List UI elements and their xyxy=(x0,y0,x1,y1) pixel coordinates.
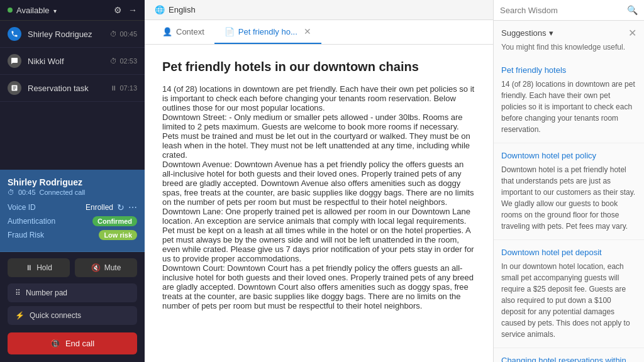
call-timer-shirley: ⏱ 00:45 xyxy=(110,30,137,38)
language-selector[interactable]: 🌐 English xyxy=(155,5,196,14)
fraud-row: Fraud Risk Low risk xyxy=(8,230,137,240)
end-call-button[interactable]: 📵 End call xyxy=(8,332,137,354)
globe-icon: 🌐 xyxy=(155,5,165,14)
search-bar: 🔍 xyxy=(494,0,644,21)
auth-label: Authentication xyxy=(8,217,55,226)
sidebar-header: Available xyxy=(0,0,145,21)
call-item-reservation[interactable]: Reservation task ⏸ 07:13 xyxy=(0,75,145,102)
end-call-section: 📵 End call xyxy=(0,325,145,362)
chevron-down-icon xyxy=(53,6,57,15)
wisdom-panel: 🔍 Suggestions ▾ ✕ You might find this kn… xyxy=(493,0,644,362)
mute-icon: 🔇 xyxy=(91,263,101,272)
suggestion-card-0[interactable]: Pet friendly hotels 14 (of 28) locations… xyxy=(494,58,644,143)
suggestion-title-1: Downtown hotel pet policy xyxy=(501,151,636,160)
caller-name-nikki: Nikki Wolf xyxy=(28,57,110,66)
tab-close-button[interactable]: ✕ xyxy=(304,26,311,36)
language-label: English xyxy=(169,5,196,14)
phone-icon xyxy=(8,27,21,41)
call-timer-nikki: ⏱ 02:53 xyxy=(110,57,137,65)
task-name-reservation: Reservation task xyxy=(28,84,110,93)
article-para-0: 14 (of 28) locations in downtown are pet… xyxy=(162,84,475,112)
status-indicator xyxy=(8,8,13,13)
suggestion-title-3: Changing hotel reservations within 14 da… xyxy=(501,356,636,362)
voice-id-label: Voice ID xyxy=(8,203,36,212)
suggestion-title-0: Pet friendly hotels xyxy=(501,65,636,75)
main-top-bar: 🌐 English xyxy=(145,0,493,20)
article-body: Pet friendly hotels in our downtown chai… xyxy=(145,45,493,362)
auth-row: Authentication Confirmed xyxy=(8,216,137,226)
caller-name-shirley: Shirley Rodriguez xyxy=(28,30,110,39)
tab-pet-friendly[interactable]: 📄 Pet friendly ho... ✕ xyxy=(214,20,321,44)
chat-icon xyxy=(8,54,21,68)
tab-bar: 👤 Context 📄 Pet friendly ho... ✕ xyxy=(145,20,493,45)
active-call-connected: Connected call xyxy=(40,189,86,196)
active-caller-name: Shirley Rodriguez xyxy=(8,177,137,187)
suggestion-text-0: 14 (of 28) locations in downtown are pet… xyxy=(501,79,636,135)
suggestion-card-1[interactable]: Downtown hotel pet policy Downtown hotel… xyxy=(494,143,644,240)
status-selector[interactable]: Available xyxy=(8,6,57,15)
active-call-status: ⏱ 00:45 Connected call xyxy=(8,189,137,196)
doc-icon: 📄 xyxy=(225,27,235,36)
sidebar: Available Shirley Rodriguez ⏱ 00:45 xyxy=(0,0,145,362)
fraud-badge: Low risk xyxy=(99,230,137,240)
article-para-3: Downtown Lane: One properly trained pet … xyxy=(162,207,475,263)
hold-label: Hold xyxy=(36,263,52,272)
status-label: Available xyxy=(16,6,50,15)
call-info-nikki: Nikki Wolf xyxy=(28,57,110,66)
call-controls: ⏸ Hold 🔇 Mute xyxy=(0,252,145,283)
suggestions-subtitle: You might find this knowledge useful. xyxy=(494,43,644,58)
person-icon: 👤 xyxy=(162,27,172,36)
mute-button[interactable]: 🔇 Mute xyxy=(75,258,137,277)
call-info-reservation: Reservation task xyxy=(28,84,110,93)
tab-context[interactable]: 👤 Context xyxy=(152,20,214,44)
suggestion-text-2: In our downtown hotel location, each sma… xyxy=(501,261,636,340)
call-list: Shirley Rodriguez ⏱ 00:45 Nikki Wolf ⏱ 0… xyxy=(0,21,145,170)
article-paragraphs: 14 (of 28) locations in downtown are pet… xyxy=(162,84,475,310)
suggestion-text-1: Downtown hotel is a pet friendly hotel t… xyxy=(501,164,636,232)
close-panel-button[interactable]: ✕ xyxy=(628,27,636,39)
call-info-shirley: Shirley Rodriguez xyxy=(28,30,110,39)
search-icon: 🔍 xyxy=(627,5,638,15)
end-call-icon: 📵 xyxy=(50,339,60,348)
suggestion-card-2[interactable]: Downtown hotel pet deposit In our downto… xyxy=(494,240,644,348)
hold-button[interactable]: ⏸ Hold xyxy=(8,258,70,277)
article-para-2: Downtown Avenue: Downtown Avenue has a p… xyxy=(162,160,475,207)
task-icon xyxy=(8,81,21,95)
active-call-timer: 00:45 xyxy=(18,189,36,196)
suggestions-label: Suggestions xyxy=(501,28,547,38)
voice-id-row: Voice ID Enrolled ↻ ⋯ xyxy=(8,202,137,212)
numpad-icon: ⠿ xyxy=(15,288,21,297)
search-input[interactable] xyxy=(500,6,627,15)
logout-icon[interactable] xyxy=(128,5,137,15)
voice-id-value: Enrolled xyxy=(86,203,113,212)
auth-badge: Confirmed xyxy=(92,216,137,226)
sidebar-header-actions xyxy=(114,5,137,15)
article-para-4: Downtown Court: Downtown Court has a pet… xyxy=(162,263,475,310)
refresh-button[interactable]: ↻ xyxy=(117,202,125,212)
active-call-meta: Voice ID Enrolled ↻ ⋯ Authentication Con… xyxy=(8,202,137,240)
end-call-label: End call xyxy=(65,339,94,348)
fraud-label: Fraud Risk xyxy=(8,231,44,239)
chevron-icon: ▾ xyxy=(549,28,553,38)
tab-pet-label: Pet friendly ho... xyxy=(238,27,297,36)
suggestions-list: Pet friendly hotels 14 (of 28) locations… xyxy=(494,58,644,362)
active-call-panel: Shirley Rodriguez ⏱ 00:45 Connected call… xyxy=(0,170,145,252)
call-item-shirley[interactable]: Shirley Rodriguez ⏱ 00:45 xyxy=(0,21,145,48)
mute-label: Mute xyxy=(104,263,121,272)
settings-icon[interactable] xyxy=(114,5,122,15)
article-para-1: Downtown Street: - Only medium or smalle… xyxy=(162,112,475,160)
suggestion-title-2: Downtown hotel pet deposit xyxy=(501,248,636,257)
numpad-label: Number pad xyxy=(26,288,67,297)
tab-context-label: Context xyxy=(176,27,204,36)
quick-connects-label: Quick connects xyxy=(30,311,81,320)
numpad-button[interactable]: ⠿ Number pad xyxy=(8,283,137,302)
call-item-nikki[interactable]: Nikki Wolf ⏱ 02:53 xyxy=(0,48,145,75)
quick-connects-button[interactable]: ⚡ Quick connects xyxy=(8,306,137,325)
article-title: Pet friendly hotels in our downtown chai… xyxy=(162,60,475,74)
more-options-button[interactable]: ⋯ xyxy=(128,202,137,212)
suggestion-card-3[interactable]: Changing hotel reservations within 14 da… xyxy=(494,348,644,362)
quick-connects-icon: ⚡ xyxy=(15,311,25,320)
hold-icon: ⏸ xyxy=(25,263,33,272)
call-timer-reservation: ⏸ 07:13 xyxy=(110,84,137,92)
action-buttons: ⠿ Number pad ⚡ Quick connects xyxy=(0,283,145,325)
